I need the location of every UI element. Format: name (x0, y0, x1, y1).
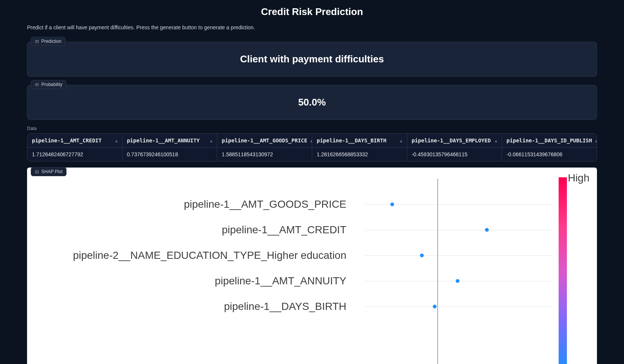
shap-plot: High pipeline-1__AMT_GOODS_PRICEpipeline… (27, 168, 597, 364)
sort-icon: ▲ (210, 139, 212, 143)
label-icon (35, 39, 39, 44)
table-cell: -0.06611531439676806 (502, 148, 597, 161)
prediction-tab-label: Prediction (41, 39, 61, 44)
probability-card: Probability 50.0% (27, 85, 597, 120)
shap-track (365, 307, 552, 307)
shap-dot (433, 305, 437, 308)
shap-colorbar (559, 177, 567, 364)
prediction-value: Client with payment difficulties (35, 53, 589, 65)
colorbar-high-label: High (568, 172, 589, 184)
sort-icon: ▲ (115, 139, 118, 143)
col-header[interactable]: pipeline-1__AMT_ANNUITY▲ (122, 134, 218, 147)
prediction-tab: Prediction (31, 37, 65, 46)
table-cell: 1.5885118543130972 (217, 148, 312, 161)
sort-icon: ▲ (495, 139, 497, 143)
shap-feature-label: pipeline-1__AMT_ANNUITY (215, 275, 361, 287)
sort-icon: ▲ (595, 139, 597, 143)
shap-feature-label: pipeline-1__AMT_GOODS_PRICE (184, 198, 361, 210)
shap-feature-label: pipeline-2__NAME_EDUCATION_TYPE_Higher e… (73, 249, 361, 261)
table-cell: 1.2816266568853332 (312, 148, 407, 161)
table-header-row: pipeline-1__AMT_CREDIT▲ pipeline-1__AMT_… (27, 134, 597, 148)
shap-dot (456, 279, 459, 283)
prediction-card: Prediction Client with payment difficult… (27, 42, 597, 77)
table-row: 1.7126482406727792 0.7376739246100518 1.… (27, 148, 597, 161)
col-header[interactable]: pipeline-1__AMT_CREDIT▲ (27, 134, 122, 147)
shap-feature-label: pipeline-1__DAYS_BIRTH (224, 301, 361, 313)
shap-track (365, 255, 552, 256)
page-title: Credit Risk Prediction (0, 0, 624, 21)
shap-row: pipeline-1__AMT_GOODS_PRICE (35, 192, 552, 217)
shap-row: pipeline-2__NAME_EDUCATION_TYPE_Higher e… (35, 243, 552, 268)
shap-feature-label: pipeline-1__AMT_CREDIT (222, 224, 361, 236)
data-label: Data (27, 126, 597, 131)
data-table: pipeline-1__AMT_CREDIT▲ pipeline-1__AMT_… (27, 133, 597, 162)
shap-tab: SHAP Plot (31, 167, 66, 176)
sort-icon: ▲ (400, 139, 402, 143)
table-cell: 0.7376739246100518 (122, 148, 218, 161)
shap-dot (390, 202, 394, 206)
col-header[interactable]: pipeline-1__DAYS_BIRTH▲ (312, 134, 407, 147)
label-icon (35, 83, 39, 87)
shap-row: pipeline-1__AMT_CREDIT (35, 217, 552, 243)
table-cell: -0.45930135796466115 (407, 148, 502, 161)
col-header[interactable]: pipeline-1__DAYS_EMPLOYED▲ (407, 134, 502, 147)
svg-point-3 (36, 171, 36, 171)
probability-tab: Probability (31, 80, 66, 89)
shap-dot (420, 254, 424, 257)
shap-plot-section: SHAP Plot High pipeline-1__AMT_GOODS_PRI… (27, 168, 597, 364)
shap-row: pipeline-1__AMT_ANNUITY (35, 268, 552, 294)
page-subtitle: Predict if a client will have payment di… (27, 21, 597, 35)
shap-row: pipeline-1__DAYS_BIRTH (35, 294, 552, 319)
table-cell: 1.7126482406727792 (27, 148, 122, 161)
probability-value: 50.0% (35, 97, 589, 108)
shap-tab-label: SHAP Plot (41, 169, 62, 174)
probability-tab-label: Probability (41, 82, 62, 87)
shap-track (365, 230, 552, 230)
col-header[interactable]: pipeline-1__DAYS_ID_PUBLISH▲ (502, 134, 597, 147)
col-header[interactable]: pipeline-1__AMT_GOODS_PRICE▲ (217, 134, 312, 147)
shap-dot (485, 228, 489, 232)
image-icon (35, 170, 39, 174)
